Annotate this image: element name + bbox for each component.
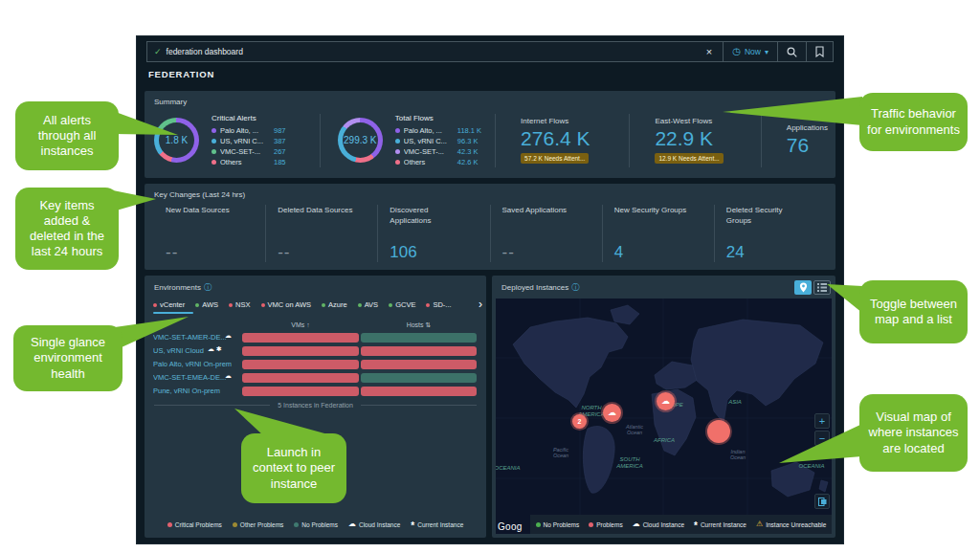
series-dot bbox=[395, 160, 400, 165]
tab-nsx[interactable]: NSX bbox=[229, 300, 250, 309]
map-pin-icon bbox=[799, 282, 808, 293]
status-dot bbox=[322, 303, 325, 307]
map-marker-india[interactable] bbox=[707, 420, 730, 443]
vms-column-header[interactable]: VMs ↑ bbox=[242, 321, 359, 328]
chevron-down-icon: ▾ bbox=[765, 48, 768, 56]
hosts-health-bar[interactable] bbox=[361, 346, 477, 356]
callout-toggle-map-list: Toggle between map and a list bbox=[859, 280, 968, 343]
environment-row: Palo Alto, vRNI On-prem bbox=[145, 359, 486, 370]
tab-azure[interactable]: Azure bbox=[322, 300, 347, 309]
tab-sdwan[interactable]: SD-... bbox=[426, 300, 451, 309]
view-toggle bbox=[794, 280, 831, 295]
tab-avs[interactable]: AVS bbox=[358, 300, 378, 309]
imagery-toggle-button[interactable] bbox=[814, 494, 830, 509]
cloud-icon: ☁ bbox=[225, 372, 232, 380]
applications-stat: Applications 76 bbox=[762, 123, 828, 156]
vms-health-bar[interactable] bbox=[242, 387, 359, 396]
status-dot bbox=[229, 303, 233, 307]
svg-text:OCEANIA: OCEANIA bbox=[496, 465, 521, 471]
top-search-bar: ✓ federation dashboard × ◷ Now ▾ bbox=[146, 41, 834, 62]
tab-aws[interactable]: AWS bbox=[195, 300, 218, 309]
environment-row: US, vRNI Cloud ☁ ✱ bbox=[145, 345, 486, 357]
cloud-and-current-instance-icons: ☁ ✱ bbox=[208, 345, 222, 353]
cloud-icon: ☁ bbox=[661, 397, 670, 406]
vms-health-bar[interactable] bbox=[242, 333, 359, 343]
chevron-right-icon[interactable]: › bbox=[479, 299, 482, 310]
zoom-out-button[interactable]: − bbox=[814, 431, 830, 446]
status-dot bbox=[153, 303, 157, 307]
instance-link[interactable]: Palo Alto, vRNI On-prem bbox=[153, 360, 243, 368]
summary-panel: Summary 1.8 K Critical Alerts Palo Alto,… bbox=[145, 91, 835, 178]
page-title: FEDERATION bbox=[148, 69, 214, 79]
status-dot bbox=[358, 303, 362, 307]
world-map-canvas[interactable]: NORTH AMERICA SOUTH AMERICA EUROPE AFRIC… bbox=[496, 299, 832, 534]
summary-title: Summary bbox=[154, 98, 187, 106]
hosts-health-bar[interactable] bbox=[361, 360, 477, 369]
map-marker-us-west[interactable]: 2 bbox=[572, 414, 587, 429]
east-west-flows-stat: East-West Flows 22.9 K 12.9 K Needs Atte… bbox=[630, 117, 761, 164]
instance-link[interactable]: US, vRNI Cloud bbox=[153, 346, 243, 355]
tab-vcenter[interactable]: vCenter bbox=[153, 300, 185, 309]
series-dot bbox=[212, 139, 216, 144]
cloud-icon: ☁ bbox=[633, 520, 640, 528]
key-change-column: New Data Sources -- bbox=[154, 205, 265, 262]
series-dot bbox=[395, 139, 400, 144]
cloud-icon: ☁ bbox=[225, 332, 232, 340]
bookmark-icon bbox=[815, 46, 824, 57]
legend-title: Critical Alerts bbox=[212, 114, 286, 122]
key-change-column: Discovered Applications 106 bbox=[377, 205, 489, 262]
legend-item: No Problems bbox=[294, 521, 338, 528]
legend-item: Palo Alto, ... 118.1 K bbox=[395, 125, 481, 136]
search-input[interactable]: ✓ federation dashboard × bbox=[147, 42, 723, 61]
legend-item: Others 42.6 K bbox=[395, 157, 481, 167]
hosts-health-bar[interactable] bbox=[361, 387, 477, 396]
status-dot bbox=[261, 303, 265, 307]
instance-link[interactable]: Pune, vRNI On-prem bbox=[153, 387, 243, 395]
info-icon[interactable]: ⓘ bbox=[571, 283, 579, 292]
hosts-column-header[interactable]: Hosts ⇅ bbox=[361, 321, 477, 329]
map-view-button[interactable] bbox=[794, 280, 812, 295]
environment-tabs: vCenter AWS NSX VMC on AWS Azure AVS GCV… bbox=[153, 300, 471, 309]
current-instance-icon: * bbox=[694, 521, 698, 531]
callout-traffic-behavior: Traffic behavior for environments bbox=[859, 93, 968, 151]
total-flows-donut-chart[interactable]: 299.3 K bbox=[338, 118, 383, 163]
hosts-health-bar[interactable] bbox=[361, 373, 477, 383]
no-problems-dot bbox=[536, 522, 541, 527]
cloud-icon: ☁ bbox=[348, 520, 356, 528]
needs-attention-badge[interactable]: 57.2 K Needs Attent... bbox=[521, 153, 589, 164]
search-query-text[interactable]: federation dashboard bbox=[167, 47, 698, 56]
problems-dot bbox=[589, 522, 593, 527]
zoom-in-button[interactable]: + bbox=[814, 413, 830, 429]
deployed-instances-panel: Deployed Instancesⓘ bbox=[492, 276, 835, 538]
status-dot bbox=[426, 303, 430, 307]
legend-item: Palo Alto, ... 987 bbox=[212, 125, 286, 136]
time-range-dropdown[interactable]: ◷ Now ▾ bbox=[723, 42, 777, 61]
map-marker-europe[interactable]: ☁ bbox=[657, 392, 675, 410]
legend-item: ☁Cloud Instance bbox=[348, 520, 400, 528]
map-legend: No Problems Problems ☁Cloud Instance *Cu… bbox=[530, 515, 832, 534]
environments-title: Environments bbox=[154, 283, 201, 292]
legend-item: VMC-SET-... 42.3 K bbox=[395, 146, 481, 157]
tab-vmc-on-aws[interactable]: VMC on AWS bbox=[261, 300, 312, 309]
critical-alerts-donut-chart[interactable]: 1.8 K bbox=[154, 118, 199, 163]
search-button[interactable] bbox=[777, 42, 806, 61]
vms-health-bar[interactable] bbox=[242, 360, 359, 369]
info-icon[interactable]: ⓘ bbox=[204, 283, 212, 292]
legend-item: ☁Cloud Instance bbox=[633, 520, 684, 528]
vms-health-bar[interactable] bbox=[242, 373, 359, 383]
pin-dashboard-button[interactable] bbox=[806, 42, 833, 61]
cloud-icon: ☁ bbox=[608, 409, 616, 417]
map-label-africa: AFRICA bbox=[653, 437, 675, 443]
vms-health-bar[interactable] bbox=[242, 346, 359, 356]
map-marker-us-east[interactable]: ☁ bbox=[603, 404, 621, 422]
no-problems-dot bbox=[294, 522, 299, 527]
needs-attention-badge[interactable]: 12.9 K Needs Attent... bbox=[655, 153, 723, 164]
active-tab-indicator bbox=[153, 312, 193, 314]
hosts-health-bar[interactable] bbox=[361, 333, 477, 343]
tab-gcve[interactable]: GCVE bbox=[389, 300, 415, 309]
critical-alerts-total: 1.8 K bbox=[154, 118, 199, 163]
clear-search-button[interactable]: × bbox=[702, 46, 716, 57]
list-view-button[interactable] bbox=[813, 280, 831, 295]
key-change-column: Deleted Security Groups 24 bbox=[714, 205, 826, 262]
legend-title: Total Flows bbox=[395, 114, 481, 122]
